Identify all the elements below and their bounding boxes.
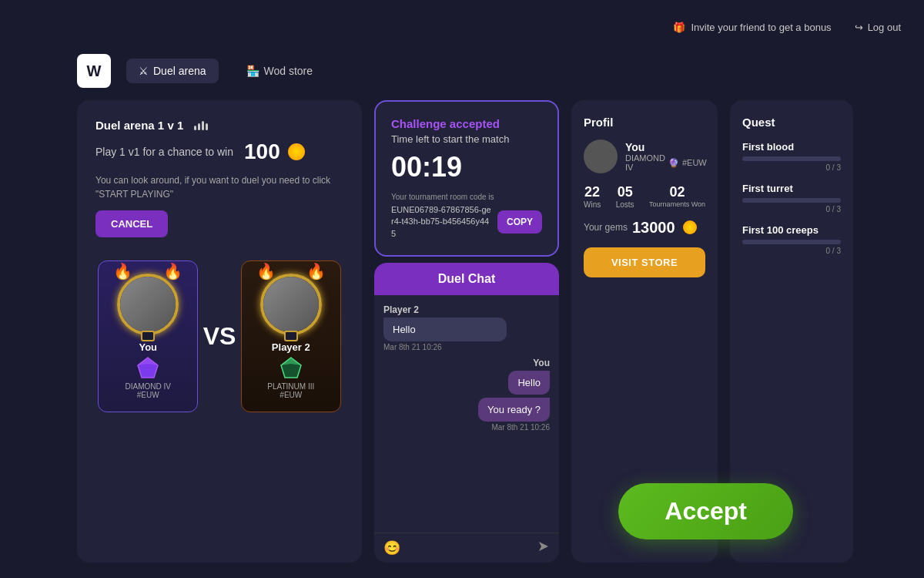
chat-bubble-hello-p2: Hello	[383, 318, 507, 341]
logo: W	[77, 54, 111, 88]
stats-row: 22 Wins 05 Losts 02 Tournaments Won	[584, 184, 705, 210]
profile-info: You DIAMOND IV 🔮 #EUW	[584, 139, 705, 173]
chat-input-area: 😊	[374, 533, 559, 563]
duel-chat-panel: Duel Chat Player 2 Hello Mar 8th 21 10:2…	[374, 263, 559, 563]
profile-rank: DIAMOND IV 🔮 #EUW	[625, 153, 707, 172]
accept-button[interactable]: Accept	[618, 483, 793, 539]
time-left-text: Time left to start the match	[391, 133, 542, 145]
quest-title: Quest	[742, 116, 841, 129]
gift-icon: 🎁	[673, 22, 685, 33]
middle-panel: Challenge accepted Time left to start th…	[374, 100, 559, 563]
quest-first-blood-count: 0 / 3	[742, 163, 841, 172]
gems-amount: 13000	[632, 219, 675, 237]
player-2-rank: PLATINUM III	[251, 382, 331, 391]
room-code-area: EUNE06789-67867856-ger4-t43h-bb75-b45645…	[391, 204, 542, 240]
send-button[interactable]	[537, 540, 550, 556]
nav-item-duel-arena[interactable]: ⚔ Duel arena	[126, 59, 219, 83]
rank-badge-icon: 🔮	[668, 158, 679, 168]
invite-text: Invite your friend to get a bonus	[691, 22, 832, 33]
cancel-button[interactable]: CANCEL	[95, 210, 168, 237]
nav-bar: W ⚔ Duel arena 🏪 Wod store	[77, 54, 325, 88]
visit-store-button[interactable]: VISIT STORE	[584, 247, 705, 277]
player-2-name: Player 2	[251, 341, 331, 353]
chat-sender-you: You	[533, 358, 550, 368]
challenge-card: Challenge accepted Time left to start th…	[374, 100, 559, 257]
profile-title: Profil	[584, 116, 705, 129]
player-you-rank: DIAMOND IV	[108, 382, 188, 391]
chat-time-you: Mar 8th 21 10:26	[491, 423, 550, 432]
gems-coin-icon	[683, 220, 697, 234]
top-bar: 🎁 Invite your friend to get a bonus ↪ Lo…	[0, 0, 924, 54]
chat-time-p2: Mar 8th 21 10:26	[383, 343, 550, 351]
profile-username: You	[625, 141, 707, 153]
players-area: 🔥 🔥 You DIA	[95, 260, 343, 412]
quest-first-blood-name: First blood	[742, 141, 841, 153]
timer: 00:19	[391, 151, 542, 183]
profile-avatar	[584, 139, 618, 173]
arena-title: Duel arena 1 v 1	[95, 119, 343, 132]
player-you-region: #EUW	[108, 391, 188, 399]
vs-label: VS	[203, 322, 236, 351]
stat-wins: 22 Wins	[584, 184, 601, 210]
nav-item-wod-store[interactable]: 🏪 Wod store	[234, 59, 326, 83]
quest-first-creeps-bar	[742, 240, 841, 244]
quest-first-creeps-count: 0 / 3	[742, 247, 841, 255]
sword-icon: ⚔	[139, 65, 149, 77]
copy-button[interactable]: COPY	[497, 210, 542, 234]
chat-message-you-group: You Hello You ready ? Mar 8th 21 10:26	[478, 358, 550, 432]
store-icon: 🏪	[246, 65, 259, 77]
room-code-label: Your tournament room code is	[391, 193, 542, 201]
quest-first-turret: First turret 0 / 3	[742, 183, 841, 213]
invite-bonus[interactable]: 🎁 Invite your friend to get a bonus	[673, 22, 832, 33]
player-card-you: 🔥 🔥 You DIA	[98, 260, 198, 412]
quest-first-blood: First blood 0 / 3	[742, 141, 841, 172]
chat-sender-p2: Player 2	[383, 304, 550, 315]
left-panel: Duel arena 1 v 1 Play 1 v1 for a chance …	[77, 100, 362, 563]
stat-losts: 05 Losts	[616, 184, 634, 210]
quest-first-creeps: First 100 creeps 0 / 3	[742, 224, 841, 255]
logout-button[interactable]: ↪ Log out	[855, 22, 901, 33]
sound-icon[interactable]	[194, 121, 208, 130]
quest-first-creeps-name: First 100 creeps	[742, 224, 841, 236]
quest-first-blood-bar	[742, 156, 841, 161]
player-card-2: 🔥 🔥 Player 2 PLATINUM III	[241, 260, 341, 412]
chat-message-p2: Player 2 Hello Mar 8th 21 10:26	[383, 304, 550, 351]
look-around-text: You can look around, if you want to duel…	[95, 173, 343, 201]
player-2-region: #EUW	[251, 391, 331, 399]
gems-label: Your gems	[584, 222, 628, 233]
player-you-name: You	[108, 341, 188, 353]
coin-icon	[288, 143, 305, 160]
logout-icon: ↪	[855, 22, 863, 33]
win-text: Play 1 v1 for a chance to win 100	[95, 139, 343, 164]
quest-first-turret-count: 0 / 3	[742, 205, 841, 213]
quest-first-turret-bar	[742, 198, 841, 203]
profile-details: You DIAMOND IV 🔮 #EUW	[625, 141, 707, 172]
chat-bubble-ready: You ready ?	[478, 398, 550, 422]
room-code-value: EUNE06789-67867856-ger4-t43h-bb75-b45645…	[391, 204, 491, 240]
stat-tournaments: 02 Tournaments Won	[649, 184, 705, 210]
chat-bubble-hello-you: Hello	[508, 371, 550, 395]
duel-chat-header: Duel Chat	[374, 263, 559, 295]
quest-first-turret-name: First turret	[742, 183, 841, 194]
chat-messages: Player 2 Hello Mar 8th 21 10:26 You Hell…	[374, 295, 559, 533]
gems-row: Your gems 13000	[584, 219, 705, 237]
challenge-accepted: Challenge accepted	[391, 117, 542, 130]
emoji-button[interactable]: 😊	[383, 539, 400, 556]
